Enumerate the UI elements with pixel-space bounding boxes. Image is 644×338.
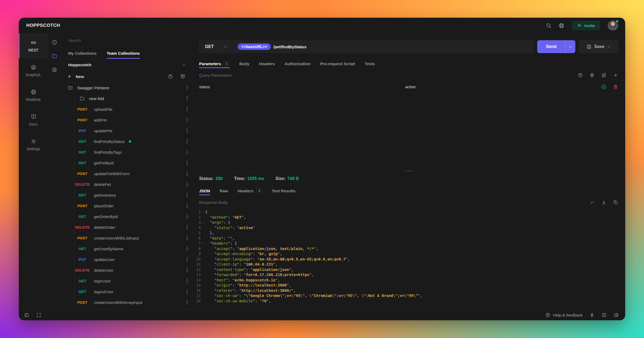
request-row[interactable]: GETgetInventory [61,190,192,200]
sidebar-item-settings[interactable]: Settings [19,132,48,157]
help-icon[interactable] [578,73,583,78]
more-options-icon[interactable] [187,96,188,101]
tab-my-collections[interactable]: My Collections [68,47,97,59]
more-options-icon[interactable] [187,289,188,294]
fold-arrow-icon[interactable]: ▾ [201,220,205,225]
more-options-icon[interactable] [187,171,188,176]
response-body-code[interactable]: 1▾{2 "method": "GET",3▾ "args": {4 "stat… [192,208,625,310]
help-icon[interactable] [168,74,173,79]
save-button[interactable]: Save [579,40,619,53]
more-options-icon[interactable] [187,236,188,240]
expand-icon[interactable] [36,313,41,318]
add-parameter-icon[interactable] [613,73,618,78]
copy-icon[interactable] [613,200,618,205]
send-button[interactable]: Send [537,40,575,53]
user-avatar[interactable] [608,20,618,31]
more-options-icon[interactable] [187,268,188,272]
env-variable-badge[interactable]: <<baseURL>> [238,43,271,50]
download-icon[interactable] [601,200,606,205]
more-options-icon[interactable] [187,279,188,283]
tab-json[interactable]: JSON [199,186,210,195]
environments-icon[interactable] [52,67,57,73]
sidebar-item-graphql[interactable]: GraphQL [19,58,48,83]
request-row[interactable]: POSTcreateUsersWithArrayInput [61,297,192,308]
request-row[interactable]: POSTcreateUsersWithListInput [61,233,192,243]
search-icon[interactable] [546,23,551,28]
shortcuts-icon[interactable] [590,313,595,318]
tab-pre-request-script[interactable]: Pre-request Script [320,59,355,68]
save-options-chevron-icon[interactable] [607,45,611,49]
support-icon[interactable] [559,23,564,28]
request-row[interactable]: GETfindPetsByStatus [61,136,192,147]
more-options-icon[interactable] [187,193,188,197]
collection-folder-row[interactable]: new fold [61,93,192,104]
sidebar-item-docs[interactable]: Docs [19,108,48,132]
fold-arrow-icon[interactable]: ▾ [201,210,205,215]
request-row[interactable]: PUTupdatePet [61,125,192,136]
fold-arrow-icon[interactable]: ▾ [201,241,205,246]
request-row[interactable]: DELETEdeleteUser [61,265,192,275]
more-options-icon[interactable] [187,204,188,208]
parameter-key-input[interactable]: status [192,80,398,93]
request-row[interactable]: GET [61,308,192,310]
more-options-icon[interactable] [187,107,188,111]
request-row[interactable]: GETfindPetsByTags [61,147,192,157]
tab-parameters[interactable]: Parameters1 [199,59,230,68]
edit-icon[interactable] [601,73,606,78]
tab-authorization[interactable]: Authorization [284,59,310,68]
more-options-icon[interactable] [187,161,188,165]
history-icon[interactable] [52,39,57,45]
more-options-icon[interactable] [187,257,188,262]
more-options-icon[interactable] [187,182,188,186]
more-options-icon[interactable] [187,150,188,154]
method-select[interactable]: GET [199,40,232,53]
more-options-icon[interactable] [187,214,188,219]
tab-raw[interactable]: Raw [220,186,228,195]
archive-icon[interactable] [180,74,185,79]
tab-body[interactable]: Body [239,59,250,68]
request-row[interactable]: POSTaddPet [61,115,192,125]
request-row[interactable]: PUTupdateUser [61,254,192,265]
more-options-icon[interactable] [187,86,188,90]
sidebar-item-realtime[interactable]: Realtime [19,83,48,108]
search-input[interactable] [68,38,184,43]
wrap-lines-icon[interactable] [590,200,595,205]
tab-team-collections[interactable]: Team Collections [107,47,140,59]
team-selector[interactable]: Hoppscotch [61,59,192,71]
tab-tests[interactable]: Tests [365,59,375,68]
more-options-icon[interactable] [187,300,188,304]
more-options-icon[interactable] [187,139,188,144]
request-row[interactable]: POSTupdatePetWithForm [61,168,192,179]
new-collection-button[interactable]: New [67,74,168,79]
more-options-icon[interactable] [187,128,188,133]
send-options-chevron-icon[interactable] [565,40,575,53]
request-row[interactable]: GETgetUserByName [61,243,192,254]
collections-icon[interactable] [52,53,57,59]
columns-layout-icon[interactable] [602,313,607,318]
tab-headers[interactable]: Headers3 [238,186,262,195]
help-feedback-button[interactable]: Help & feedback [545,313,583,318]
more-options-icon[interactable] [187,247,188,251]
request-row[interactable]: DELETEdeletePet [61,179,192,190]
pane-resize-handle[interactable] [192,171,625,171]
request-row[interactable]: DELETEdeleteOrder [61,222,192,233]
collapse-right-panel-icon[interactable] [614,313,619,318]
parameter-value-input[interactable]: active [398,80,601,93]
tab-headers[interactable]: Headers [259,59,275,68]
collection-folder-row[interactable]: Swagger Petstore [61,82,192,93]
tab-test-results[interactable]: Test Results [272,186,295,195]
parameter-delete-icon[interactable] [613,84,618,90]
request-row[interactable]: GETlogoutUser [61,286,192,297]
request-row[interactable]: GETgetPetById [61,157,192,168]
url-input[interactable]: <<baseURL>> /pet/findByStatus [232,40,534,53]
more-options-icon[interactable] [187,225,188,229]
delete-all-icon[interactable] [590,73,595,78]
sidebar-item-rest[interactable]: REST [19,34,48,58]
parameter-active-icon[interactable] [601,84,606,90]
more-options-icon[interactable] [187,118,188,122]
request-row[interactable]: POSTplaceOrder [61,200,192,211]
toggle-sidebar-icon[interactable] [24,313,29,318]
request-row[interactable]: GETgetOrderById [61,211,192,222]
request-row[interactable]: POSTuploadFile [61,104,192,115]
invite-button[interactable]: Invite [572,21,600,30]
